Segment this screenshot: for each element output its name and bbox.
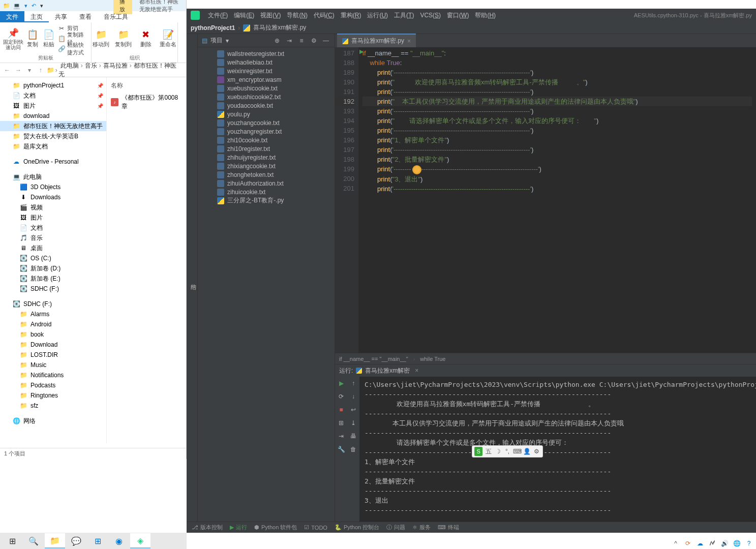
dropdown-icon[interactable]: ▾: [39, 2, 44, 10]
moveto-button[interactable]: 📁移动到: [91, 28, 111, 48]
collapse-icon[interactable]: ⇥: [285, 37, 294, 44]
tree-item[interactable]: 📁Download: [0, 340, 106, 350]
project-file[interactable]: youzhangregister.txt: [198, 127, 335, 136]
step-icon[interactable]: ⇥: [337, 432, 346, 441]
project-file[interactable]: xuebushicookie2.txt: [198, 93, 335, 101]
chevron-up-icon[interactable]: ^: [672, 540, 680, 547]
tab-file[interactable]: 文件: [0, 11, 24, 22]
rerun-icon[interactable]: ▶: [337, 379, 346, 388]
up-icon[interactable]: ↑: [349, 379, 358, 388]
scroll-icon[interactable]: ⤓: [349, 418, 358, 428]
tree-item[interactable]: 🖼图片📌: [0, 101, 106, 111]
paste-shortcut-button[interactable]: 🔗粘贴快捷方式: [58, 44, 88, 53]
settings-icon[interactable]: ⚙: [533, 448, 540, 455]
tab-share[interactable]: 共享: [49, 11, 73, 22]
close-icon[interactable]: ×: [415, 367, 418, 374]
editor-tab[interactable]: 喜马拉雅xm解密.py ×: [337, 34, 416, 47]
menu-item[interactable]: 运行(U): [364, 11, 391, 20]
todo-button[interactable]: ☑TODO: [304, 524, 327, 531]
tree-item[interactable]: 🎬视频: [0, 202, 106, 212]
tree-item[interactable]: 🟦3D Objects: [0, 182, 106, 192]
services-button[interactable]: ⚛服务: [412, 524, 431, 531]
up-button[interactable]: ↑: [36, 65, 46, 75]
expand-icon[interactable]: ≡: [297, 37, 306, 44]
breadcrumb-segment[interactable]: 此电脑: [58, 62, 81, 69]
terminal-button[interactable]: ⌨终端: [438, 524, 459, 531]
project-file[interactable]: youdaocookie.txt: [198, 101, 335, 110]
tree-item[interactable]: 📁book: [0, 329, 106, 340]
back-button[interactable]: ←: [2, 65, 12, 75]
tree-item[interactable]: 📁Music: [0, 360, 106, 370]
close-icon[interactable]: ×: [407, 38, 411, 45]
menu-item[interactable]: 帮助(H): [472, 11, 499, 20]
run-gutter-icon[interactable]: ▶: [359, 48, 364, 55]
tree-item[interactable]: 📁Android: [0, 319, 106, 329]
battery-icon[interactable]: 🗲: [708, 540, 716, 547]
tree-item[interactable]: 💽新加卷 (D:): [0, 263, 106, 273]
save-icon[interactable]: ▾: [23, 2, 28, 10]
copyto-button[interactable]: 📁复制到: [113, 28, 134, 48]
tree-item[interactable]: 📁sfz: [0, 401, 106, 411]
start-button[interactable]: ⊞: [2, 533, 22, 548]
tree-item[interactable]: 📁download: [0, 111, 106, 121]
softwrap-icon[interactable]: ↩: [349, 405, 358, 414]
tree-item[interactable]: 📁pythonProject1📌: [0, 80, 106, 90]
run-button[interactable]: ▶运行: [230, 524, 247, 531]
pc-icon[interactable]: 💻: [13, 2, 20, 10]
project-file[interactable]: youlu.py: [198, 110, 335, 118]
menu-item[interactable]: 代码(C): [311, 11, 338, 20]
explorer-taskbar-button[interactable]: 📁: [45, 533, 65, 548]
tree-item[interactable]: 💽OS (C:): [0, 253, 106, 263]
help-icon[interactable]: ?: [745, 540, 753, 547]
navigation-tree[interactable]: 📁pythonProject1📌📄文档📌🖼图片📌📁download📁都市狂医！神…: [0, 77, 107, 443]
menu-item[interactable]: 重构(R): [338, 11, 365, 20]
menu-item[interactable]: 窗口(W): [444, 11, 472, 20]
tree-item[interactable]: 💽新加卷 (E:): [0, 273, 106, 284]
copy-button[interactable]: 📋复制: [25, 28, 40, 48]
person-icon[interactable]: 👤: [523, 448, 531, 455]
paste-button[interactable]: 📄粘贴: [42, 28, 56, 48]
console-button[interactable]: 🐍Python 控制台: [335, 524, 379, 531]
tree-item[interactable]: ☁OneDrive - Personal: [0, 157, 106, 167]
project-name[interactable]: pythonProject1: [191, 24, 235, 32]
network-icon[interactable]: 🌐: [733, 540, 741, 547]
line-gutter[interactable]: 1871881891901911921931941951961971981992…: [335, 47, 358, 353]
print-icon[interactable]: 🖶: [349, 432, 358, 441]
project-file[interactable]: zhihuijyregister.txt: [198, 153, 335, 162]
rename-button[interactable]: 📝重命名: [158, 28, 178, 48]
column-header-name[interactable]: 名称: [111, 79, 182, 92]
tree-item[interactable]: 🖥桌面: [0, 243, 106, 253]
undo-icon[interactable]: ↶: [32, 2, 37, 10]
tree-item[interactable]: 📁贸大在线-大学英语B: [0, 131, 106, 141]
breadcrumb-segment[interactable]: 音乐: [83, 62, 99, 69]
tab-music-tools[interactable]: 音乐工具: [98, 11, 134, 22]
delete-button[interactable]: ✖删除: [136, 28, 156, 48]
breadcrumb[interactable]: 此电脑›音乐›喜马拉雅›都市狂医！神医无: [58, 62, 184, 79]
project-file[interactable]: xm_encryptor.wasm: [198, 75, 335, 84]
left-tool-stripe[interactable]: 结构: [187, 34, 198, 522]
menu-item[interactable]: 文件(F): [205, 11, 231, 20]
packages-button[interactable]: ⬢Python 软件包: [254, 524, 297, 531]
menu-item[interactable]: 导航(N): [284, 11, 311, 20]
run-tab-label[interactable]: 喜马拉雅xm解密: [365, 367, 410, 375]
project-file[interactable]: weixinregister.txt: [198, 67, 335, 75]
project-file[interactable]: zhonghetoken.txt: [198, 170, 335, 179]
moon-icon[interactable]: ☽: [494, 448, 502, 455]
stop-icon[interactable]: ■: [337, 405, 346, 414]
wrench-icon[interactable]: 🔧: [337, 445, 346, 454]
settings-icon[interactable]: ⚙: [309, 37, 318, 44]
project-tree[interactable]: wallstreetsregister.txtweihaoliebiao.txt…: [198, 47, 335, 522]
tree-item[interactable]: 📁Ringtones: [0, 390, 106, 401]
wechat-taskbar-button[interactable]: 💬: [66, 533, 86, 548]
project-file[interactable]: zhixiangcookie.txt: [198, 162, 335, 170]
tree-item[interactable]: 📁LOST.DIR: [0, 350, 106, 360]
code-area[interactable]: if __name__ == "__main__": while True: p…: [358, 47, 756, 353]
tree-item[interactable]: 📁题库文档: [0, 141, 106, 151]
menu-item[interactable]: 编辑(E): [231, 11, 257, 20]
tree-item[interactable]: 💽SDHC (F:): [0, 284, 106, 294]
project-file[interactable]: zihuiAuthorization.txt: [198, 179, 335, 188]
project-file[interactable]: weihaoliebiao.txt: [198, 58, 335, 67]
tree-item[interactable]: 📁都市狂医！神医无敌绝世高手: [0, 121, 106, 131]
sync-icon[interactable]: ⟳: [684, 540, 692, 547]
tree-item[interactable]: 🖼图片: [0, 212, 106, 223]
